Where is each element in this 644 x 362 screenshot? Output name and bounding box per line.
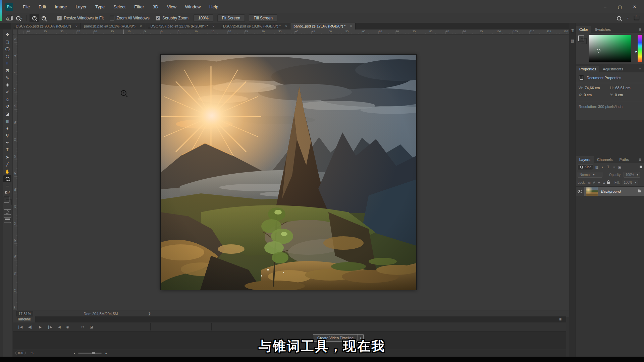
checkbox-scrubby-zoom[interactable]: ✓Scrubby Zoom	[156, 16, 189, 20]
document-tab[interactable]: _DSC7257.psd @ 22,3% (RGB/8*) *×	[145, 23, 218, 29]
filter-smart-objects-icon[interactable]: ▣	[618, 165, 622, 169]
hand-tool[interactable]: ✋	[3, 168, 11, 175]
menu-image[interactable]: Image	[51, 3, 70, 10]
close-icon[interactable]: ×	[212, 24, 214, 28]
filter-adjustment-layers-icon[interactable]: ◐	[600, 165, 605, 169]
tab-channels[interactable]: Channels	[594, 156, 616, 163]
lasso-tool[interactable]: ◯	[3, 46, 11, 53]
object-selection-tool[interactable]: ◎	[3, 53, 11, 60]
share-icon[interactable]	[634, 16, 639, 20]
fill-value[interactable]: 100%▾	[622, 180, 639, 185]
render-settings-button[interactable]: ◉	[66, 325, 69, 329]
pen-tool[interactable]: ✒	[3, 139, 11, 146]
document-tab[interactable]: _DSC7258.psd @ 19,8% (RGB/8*) *×	[218, 23, 291, 29]
hue-slider[interactable]	[638, 35, 642, 62]
line-tool[interactable]: ╱	[3, 161, 11, 168]
lock-transparent-pixels-icon[interactable]: ▨	[588, 181, 591, 184]
status-zoom-level[interactable]: 17,31%	[16, 311, 33, 316]
menu-type[interactable]: Type	[92, 3, 108, 10]
go-to-next-frame-button[interactable]: ❙▶	[47, 325, 52, 329]
menu-edit[interactable]: Edit	[35, 3, 50, 10]
workspace-switcher[interactable]: ▾	[627, 17, 629, 20]
menu-filter[interactable]: Filter	[130, 3, 148, 10]
checkbox-zoom-all-windows[interactable]: Zoom All Windows	[110, 16, 150, 20]
close-icon[interactable]: ×	[350, 24, 352, 28]
frame-tool[interactable]: ⊠	[3, 67, 11, 74]
menu-select[interactable]: Select	[110, 3, 129, 10]
screen-mode-button[interactable]	[4, 218, 11, 223]
panel-menu-icon[interactable]: ≡	[639, 157, 641, 162]
eyedropper-tool[interactable]: ✎	[3, 74, 11, 81]
filter-type-layers-icon[interactable]: T	[606, 165, 610, 169]
blend-mode-select[interactable]: Normal▾	[578, 172, 602, 178]
close-icon[interactable]: ×	[75, 24, 77, 28]
current-tool-indicator[interactable]: ▾	[14, 14, 24, 22]
close-button[interactable]: ✕	[628, 2, 641, 11]
go-to-first-frame-button[interactable]: ❙◀	[17, 325, 22, 329]
document-tab[interactable]: _DSC7255.psd @ 98,3% (RGB/8*)×	[11, 23, 81, 29]
collapsed-panel-2-icon[interactable]: ▤	[571, 39, 574, 43]
more-tools[interactable]: •••	[3, 183, 11, 190]
foreground-color-swatch[interactable]	[578, 36, 584, 41]
tab-properties[interactable]: Properties	[576, 66, 599, 72]
document-image[interactable]	[160, 54, 417, 290]
fill-screen-button[interactable]: Fill Screen	[249, 14, 277, 22]
document-tab[interactable]: pano1b.psd @ 19,1% (RGB/8*)×	[81, 23, 145, 29]
collapsed-panel-1-icon[interactable]: ◫	[571, 28, 574, 33]
close-icon[interactable]: ×	[140, 24, 142, 28]
path-selection-tool[interactable]: ➤	[3, 154, 11, 161]
zoom-tool[interactable]	[3, 175, 11, 182]
transition-button[interactable]: ◪	[90, 325, 93, 329]
panel-menu-icon[interactable]: ≡	[559, 317, 561, 322]
panel-menu-icon[interactable]: ≡	[639, 67, 641, 71]
tab-adjustments[interactable]: Adjustments	[599, 66, 627, 72]
zoom-in-button[interactable]	[30, 14, 39, 22]
go-to-previous-frame-button[interactable]: ◀❙	[28, 325, 33, 329]
menu-layer[interactable]: Layer	[72, 3, 91, 10]
maximize-button[interactable]: ▢	[613, 2, 627, 11]
clone-stamp-tool[interactable]: ⎙	[3, 96, 11, 103]
color-picker-cursor[interactable]	[597, 49, 600, 53]
gradient-tool[interactable]: ▥	[3, 118, 11, 125]
menu-window[interactable]: Window	[181, 3, 204, 10]
tab-paths[interactable]: Paths	[616, 156, 632, 163]
tab-swatches[interactable]: Swatches	[591, 26, 614, 33]
split-clip-button[interactable]: ✂	[81, 325, 84, 329]
tab-layers[interactable]: Layers	[576, 156, 594, 163]
foreground-color-swatch[interactable]	[4, 197, 9, 202]
zoom-out-button[interactable]	[39, 14, 48, 22]
hue-slider-marker[interactable]: ▶	[636, 50, 637, 53]
filter-pixel-layers-icon[interactable]: ▦	[595, 165, 599, 169]
play-button[interactable]: ▶	[39, 325, 41, 329]
dodge-tool[interactable]: ⚲	[3, 132, 11, 139]
brush-tool[interactable]: ✐	[3, 89, 11, 96]
lock-all-icon[interactable]	[607, 182, 610, 184]
blur-tool[interactable]: ♦	[3, 125, 11, 132]
mute-audio-button[interactable]: ◀	[58, 325, 60, 329]
canvas-area[interactable]: 4540353025201510505101520253035404550556…	[13, 29, 569, 310]
layer-search-filter[interactable]: Kind	[578, 164, 593, 170]
layer-row-main[interactable]: Background	[584, 187, 644, 196]
menu-file[interactable]: File	[19, 3, 34, 10]
color-gradient-field[interactable]	[589, 35, 631, 62]
panel-menu-icon[interactable]: ≡	[639, 27, 641, 32]
opacity-value[interactable]: 100%▾	[624, 172, 640, 178]
status-chevron-icon[interactable]: ❯	[148, 312, 151, 315]
layer-filter-toggle[interactable]	[640, 166, 642, 168]
lock-position-icon[interactable]: ✥	[598, 181, 600, 184]
document-tab-active[interactable]: pano1.psd @ 17,3% (RGB/8*) *×	[290, 23, 355, 29]
type-tool[interactable]: T	[3, 146, 11, 154]
lock-image-pixels-icon[interactable]: ✐	[593, 181, 595, 184]
search-icon[interactable]	[617, 16, 621, 20]
menu-view[interactable]: View	[163, 3, 180, 10]
move-tool[interactable]: ✥	[3, 31, 11, 38]
default-colors-icon[interactable]: ◩⇄	[5, 191, 10, 195]
crop-tool[interactable]: ⌗	[3, 60, 11, 67]
layer-row-background[interactable]: Background	[576, 187, 644, 196]
history-brush-tool[interactable]: ↺	[3, 103, 11, 110]
eraser-tool[interactable]: ◪	[3, 111, 11, 118]
checkbox-resize-windows-to-fit[interactable]: ✓Resize Windows to Fit	[57, 16, 104, 20]
close-icon[interactable]: ×	[285, 24, 287, 28]
minimize-button[interactable]: –	[598, 2, 612, 11]
layer-visibility-toggle[interactable]	[576, 187, 584, 196]
